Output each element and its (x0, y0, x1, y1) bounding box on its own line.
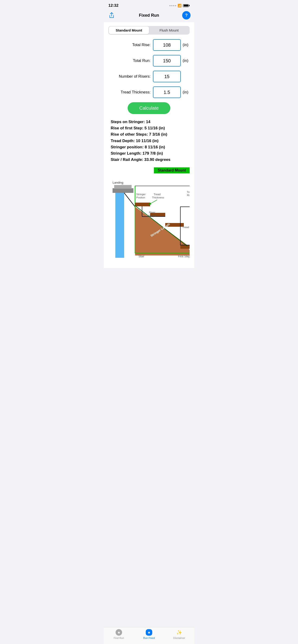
stair-diagram: Landing Stringer Positon Tread Thickness (108, 177, 190, 261)
status-time: 12:32 (108, 3, 118, 8)
tread-thickness-unit: (in) (183, 90, 190, 94)
total-rise-label: Total Rise: (132, 43, 151, 47)
svg-text:Tread: Tread (154, 193, 161, 196)
flush-mount-option[interactable]: Flush Mount (149, 26, 189, 34)
total-run-unit: (in) (183, 58, 190, 63)
help-button[interactable]: ? (182, 11, 191, 20)
svg-text:Stair: Stair (139, 255, 144, 258)
svg-text:Height: Height (148, 214, 156, 217)
result-line-2: Rise of first Step: 5 11/16 (in) (111, 125, 187, 131)
standard-mount-option[interactable]: Standard Mount (109, 26, 149, 34)
svg-text:Stringer: Stringer (136, 193, 146, 196)
total-run-input[interactable] (153, 55, 181, 66)
svg-text:First Step: First Step (178, 255, 190, 258)
svg-rect-11 (180, 245, 190, 249)
diagram-section: Standard Mount (108, 168, 190, 263)
svg-rect-1 (115, 190, 124, 258)
svg-text:Tread Depth: Tread Depth (182, 226, 190, 228)
total-rise-unit: (in) (183, 43, 190, 47)
svg-text:Landing: Landing (113, 181, 123, 184)
signal-icon (169, 5, 176, 6)
page-title: Fixed Run (139, 13, 159, 18)
total-rise-input[interactable] (153, 39, 181, 51)
svg-text:Rise: Rise (187, 194, 190, 196)
num-risers-label: Number of Risers: (119, 74, 151, 79)
result-line-6: Stringer Length: 179 7/8 (in) (111, 150, 187, 156)
calculate-btn-wrapper: Calculate (108, 102, 190, 114)
total-rise-row: Total Rise: (in) (108, 39, 190, 51)
tread-thickness-label: Tread Thickness: (121, 90, 151, 94)
svg-rect-3 (114, 185, 132, 189)
total-run-row: Total Run: (in) (108, 55, 190, 66)
result-line-3: Rise of other Steps: 7 3/16 (in) (111, 131, 187, 138)
total-run-label: Total Run: (133, 58, 151, 63)
nav-bar: Fixed Run ? (104, 9, 194, 22)
num-risers-input[interactable] (153, 71, 181, 82)
status-bar: 12:32 📶 (104, 0, 194, 9)
result-line-4: Tread Depth: 10 11/16 (in) (111, 138, 187, 144)
svg-text:Thickness: Thickness (152, 196, 164, 199)
result-line-5: Stringer position: 8 11/16 (in) (111, 144, 187, 150)
mount-type-selector[interactable]: Standard Mount Flush Mount (108, 26, 190, 34)
calculate-button[interactable]: Calculate (128, 102, 170, 114)
diagram-title: Standard Mount (154, 168, 190, 174)
svg-rect-2 (113, 188, 133, 193)
status-icons: 📶 (169, 4, 190, 8)
svg-text:Positon: Positon (136, 196, 145, 199)
battery-icon (183, 4, 190, 7)
wifi-icon: 📶 (178, 4, 181, 8)
share-button[interactable] (107, 11, 116, 20)
main-content: Standard Mount Flush Mount Total Rise: (… (104, 22, 194, 268)
svg-text:Total: Total (187, 190, 190, 193)
svg-rect-8 (135, 202, 150, 206)
result-line-7: Stair / Rail Angle: 33.90 degrees (111, 156, 187, 163)
tread-thickness-input[interactable] (153, 86, 181, 98)
result-line-1: Steps on Stringer: 14 (111, 119, 187, 125)
tread-thickness-row: Tread Thickness: (in) (108, 86, 190, 98)
svg-text:Riser: Riser (149, 211, 155, 214)
results-section: Steps on Stringer: 14 Rise of first Step… (108, 119, 190, 163)
num-risers-row: Number of Risers: (108, 71, 190, 82)
